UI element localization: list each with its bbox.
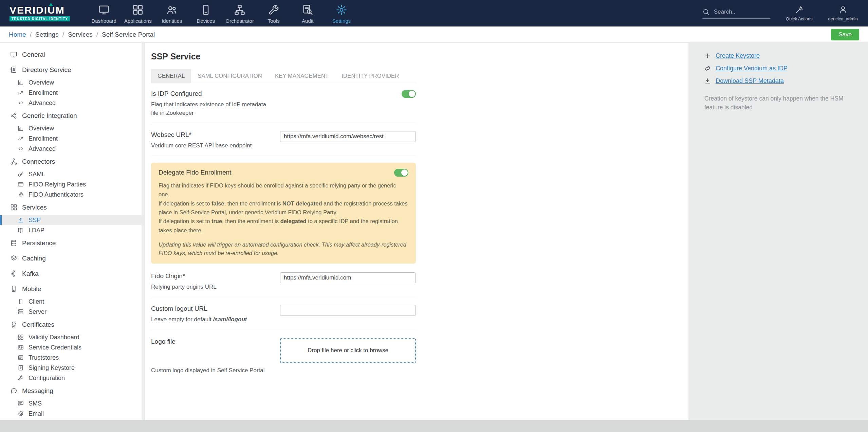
delegate-fido-description: Flag that indicates if FIDO keys should … [159, 181, 408, 235]
right-panel-links: Create KeystoreConfigure Veridium as IDP… [704, 52, 858, 85]
save-button[interactable]: Save [831, 29, 859, 40]
sidebar-item-overview[interactable]: Overview [0, 77, 142, 88]
field-row-is-idp-configured: Is IDP Configured Flag that indicates ex… [151, 83, 416, 124]
delegate-fido-toggle[interactable] [394, 169, 408, 177]
sidebar-item-service-credentials[interactable]: Service Credentials [0, 342, 142, 353]
sidebar-item-ssp[interactable]: SSP [0, 215, 142, 225]
sidebar-item-advanced[interactable]: Advanced [0, 144, 142, 154]
wand-icon [795, 5, 804, 14]
custom-logout-url-input[interactable] [280, 305, 416, 316]
sidebar-item-connectors[interactable]: Connectors [0, 154, 142, 169]
sidebar-item-truststores[interactable]: Truststores [0, 353, 142, 363]
breadcrumb-item-home[interactable]: Home [9, 31, 26, 38]
configure-veridium-as-idp-link[interactable]: Configure Veridium as IDP [704, 65, 858, 72]
code-icon [18, 146, 24, 152]
sidebar-item-validity-dashboard[interactable]: Validity Dashboard [0, 332, 142, 342]
sidebar-item-label: Server [29, 308, 47, 316]
websec-url-description: Veridium core REST API base endpoint [151, 142, 252, 150]
tab-bar: GENERALSAML CONFIGURATIONKEY MANAGEMENTI… [151, 69, 416, 83]
sidebar-item-client[interactable]: Client [0, 296, 142, 307]
mobile-icon [10, 285, 17, 292]
sidebar-item-generic-integration[interactable]: Generic Integration [0, 108, 142, 123]
link-icon [704, 65, 711, 72]
nav-item-orchestrator[interactable]: Orchestrator [223, 1, 257, 26]
tab-key-management[interactable]: KEY MANAGEMENT [269, 69, 335, 83]
field-row-custom-logout-url: Custom logout URL Leave empty for defaul… [151, 298, 416, 331]
custom-logout-url-description: Leave empty for default /saml/logout [151, 316, 247, 324]
sidebar-item-label: Enrollment [29, 135, 58, 142]
message-icon [18, 400, 24, 407]
nav-item-settings[interactable]: Settings [325, 1, 358, 26]
sidebar-item-fido-authenticators[interactable]: FIDO Authenticators [0, 190, 142, 200]
download-ssp-metadata-link[interactable]: Download SSP Metadata [704, 77, 858, 85]
search-input[interactable] [713, 8, 767, 16]
sidebar-item-configuration[interactable]: Configuration [0, 373, 142, 383]
sidebar-item-services[interactable]: Services [0, 200, 142, 215]
nav-item-devices[interactable]: Devices [189, 1, 223, 26]
is-idp-configured-toggle[interactable] [402, 90, 416, 98]
fido-origin-input[interactable] [280, 272, 416, 283]
breadcrumb-item-settings[interactable]: Settings [35, 31, 59, 38]
fido-origin-description: Relying party origins URL [151, 283, 217, 291]
user-menu[interactable]: aencica_admin [828, 5, 858, 21]
sidebar-item-certificates[interactable]: Certificates [0, 317, 142, 332]
sidebar-item-general[interactable]: General [0, 47, 142, 62]
field-row-logo-file: Logo file Drop file here or click to bro… [151, 331, 416, 363]
logo-file-dropzone[interactable]: Drop file here or click to browse [280, 338, 416, 363]
sidebar-item-sms[interactable]: SMS [0, 398, 142, 409]
link-label: Download SSP Metadata [716, 77, 784, 85]
sidebar-item-directory-service[interactable]: Directory Service [0, 62, 142, 77]
top-navbar: VERIDIUM TRUSTED DIGITAL IDENTITY Dashbo… [0, 0, 868, 26]
nav-item-tools[interactable]: Tools [257, 1, 291, 26]
delegate-fido-note: Updating this value will trigger an auto… [159, 240, 408, 257]
sidebar-item-enrollment[interactable]: Enrollment [0, 133, 142, 144]
sidebar-item-email[interactable]: Email [0, 409, 142, 419]
breadcrumb-separator: / [30, 31, 32, 38]
nav-item-label: Tools [268, 18, 280, 24]
sidebar-item-fido-relying-parties[interactable]: FIDO Relying Parties [0, 179, 142, 190]
sidebar-item-messaging[interactable]: Messaging [0, 383, 142, 398]
grid-icon [10, 204, 17, 211]
tab-identity-provider[interactable]: IDENTITY PROVIDER [335, 69, 405, 83]
sidebar-item-enrollment[interactable]: Enrollment [0, 88, 142, 98]
tab-saml-configuration[interactable]: SAML CONFIGURATION [191, 69, 269, 83]
sidebar-item-label: FIDO Relying Parties [29, 181, 86, 188]
idcard-icon [18, 344, 24, 350]
database-icon [10, 239, 17, 247]
sidebar-item-signing-keystore[interactable]: Signing Keystore [0, 363, 142, 373]
breadcrumb-item-services[interactable]: Services [68, 31, 93, 38]
websec-url-input[interactable] [280, 131, 416, 142]
sidebar-item-saml[interactable]: SAML [0, 169, 142, 179]
layers-icon [10, 255, 17, 262]
sidebar-item-label: Kafka [22, 270, 39, 277]
grid-icon [132, 4, 144, 16]
fingerprint-icon [18, 192, 24, 198]
nav-item-label: Settings [332, 18, 351, 24]
sidebar-item-advanced[interactable]: Advanced [0, 98, 142, 108]
nav-item-applications[interactable]: Applications [121, 1, 155, 26]
sidebar-item-caching[interactable]: Caching [0, 251, 142, 266]
sidebar-item-ldap[interactable]: LDAP [0, 225, 142, 235]
field-row-fido-origin: Fido Origin* Relying party origins URL [151, 266, 416, 299]
nav-item-audit[interactable]: Audit [291, 1, 325, 26]
card-icon [18, 181, 24, 187]
delegate-fido-label: Delegate Fido Enrollment [159, 169, 231, 176]
sidebar-item-overview[interactable]: Overview [0, 123, 142, 133]
chart-icon [18, 79, 24, 86]
sidebar-item-persistence[interactable]: Persistence [0, 235, 142, 251]
code-icon [18, 100, 24, 106]
sidebar-item-label: Mobile [22, 285, 41, 293]
breadcrumb-bar: Home/Settings/Services/Self Service Port… [0, 26, 868, 43]
create-keystore-link[interactable]: Create Keystore [704, 52, 858, 59]
sidebar-item-label: Configuration [29, 375, 65, 382]
nav-item-identities[interactable]: Identities [155, 1, 189, 26]
tab-general[interactable]: GENERAL [151, 69, 191, 83]
search-icon [702, 8, 710, 16]
sidebar-item-mobile[interactable]: Mobile [0, 281, 142, 296]
quick-actions-button[interactable]: Quick Actions [786, 5, 813, 21]
sidebar-item-kafka[interactable]: Kafka [0, 266, 142, 281]
sidebar-item-server[interactable]: Server [0, 307, 142, 317]
upload-icon [18, 217, 24, 223]
nav-item-dashboard[interactable]: Dashboard [87, 1, 121, 26]
wrench-icon [18, 375, 24, 381]
